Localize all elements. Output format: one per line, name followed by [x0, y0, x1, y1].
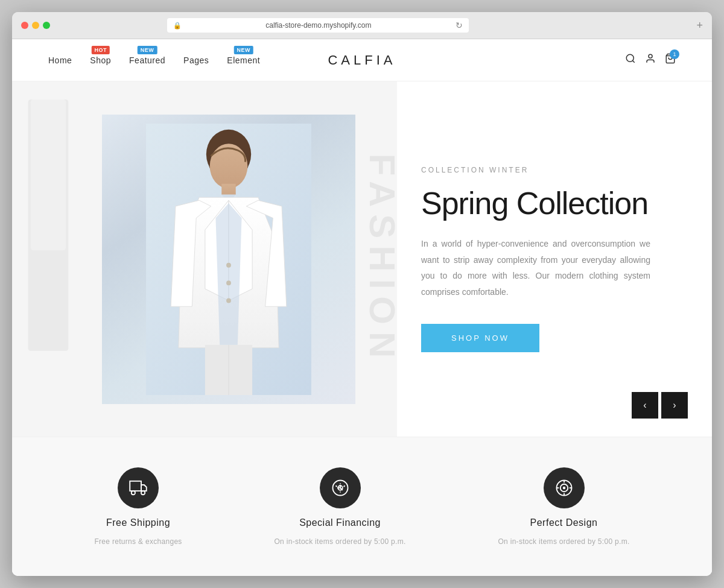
refresh-button[interactable]: ↻ [456, 21, 463, 30]
financing-icon-circle [320, 467, 361, 508]
nav-item-element[interactable]: NEW Element [227, 55, 260, 65]
design-icon-circle [544, 467, 585, 508]
shipping-icon-circle [118, 467, 159, 508]
bg-figure [12, 81, 91, 437]
hero-content: COLLECTION WINTER Spring Collection In a… [397, 81, 712, 437]
browser-chrome: 🔒 calfia-store-demo.myshopify.com ↻ + [12, 12, 712, 39]
svg-point-2 [649, 54, 652, 58]
slider-controls: ‹ › [632, 392, 688, 419]
account-button[interactable] [645, 53, 656, 67]
hero-section: FASHION COLLECTION WINTER Spring Collect… [12, 81, 712, 437]
hero-image-area: FASHION [12, 81, 397, 437]
feature-financing: Special Financing On in-stock items orde… [274, 467, 405, 546]
nav-left: Home HOT Shop NEW Featured Pages NEW Ele… [48, 55, 260, 65]
close-button[interactable] [21, 22, 28, 29]
design-subtitle: On in-stock items ordered by 5:00 p.m. [498, 537, 629, 546]
nav-right: 1 [625, 53, 676, 67]
svg-point-0 [626, 54, 634, 62]
svg-point-9 [210, 144, 248, 188]
minimize-button[interactable] [32, 22, 39, 29]
svg-rect-5 [31, 100, 66, 250]
url-text: calfia-store-demo.myshopify.com [185, 21, 452, 30]
nav-item-pages[interactable]: Pages [183, 55, 209, 65]
hot-badge: HOT [91, 46, 110, 54]
shipping-subtitle: Free returns & exchanges [94, 537, 182, 546]
nav-item-home[interactable]: Home [48, 55, 72, 65]
cart-count: 1 [670, 49, 679, 59]
browser-window: 🔒 calfia-store-demo.myshopify.com ↻ + Ho… [12, 12, 712, 576]
feature-shipping: Free Shipping Free returns & exchanges [94, 467, 182, 546]
prev-slide-button[interactable]: ‹ [632, 392, 658, 419]
shipping-title: Free Shipping [106, 517, 170, 528]
next-slide-button[interactable]: › [661, 392, 688, 419]
fashion-watermark: FASHION [361, 153, 403, 365]
svg-line-1 [632, 60, 634, 62]
cart-button[interactable]: 1 [665, 53, 676, 67]
svg-marker-20 [141, 485, 147, 491]
browser-content: Home HOT Shop NEW Featured Pages NEW Ele… [12, 39, 712, 576]
hero-title: Spring Collection [421, 186, 664, 221]
svg-point-22 [141, 491, 145, 495]
features-section: Free Shipping Free returns & exchanges S… [12, 437, 712, 576]
nav-item-shop[interactable]: HOT Shop [90, 55, 111, 65]
new-tab-button[interactable]: + [696, 19, 703, 32]
site-logo[interactable]: CALFIA [328, 52, 396, 68]
traffic-lights [21, 22, 50, 29]
maximize-button[interactable] [43, 22, 50, 29]
search-button[interactable] [625, 53, 636, 67]
model-illustration [144, 124, 313, 395]
shop-now-button[interactable]: SHOP NOW [421, 324, 539, 352]
nav-item-featured[interactable]: NEW Featured [129, 55, 165, 65]
navigation: Home HOT Shop NEW Featured Pages NEW Ele… [12, 39, 712, 81]
feature-design: Perfect Design On in-stock items ordered… [498, 467, 629, 546]
financing-subtitle: On in-stock items ordered by 5:00 p.m. [274, 537, 405, 546]
design-title: Perfect Design [530, 517, 598, 528]
svg-point-21 [132, 491, 135, 495]
lock-icon: 🔒 [173, 22, 182, 30]
collection-label: COLLECTION WINTER [421, 166, 664, 174]
element-new-badge: NEW [233, 46, 253, 54]
svg-rect-19 [130, 481, 141, 491]
address-bar[interactable]: 🔒 calfia-store-demo.myshopify.com ↻ [167, 18, 469, 33]
hero-description: In a world of hyper-convenience and over… [421, 236, 650, 300]
featured-new-badge: NEW [138, 46, 157, 54]
svg-point-27 [563, 487, 565, 489]
financing-title: Special Financing [299, 517, 381, 528]
hero-main-image [102, 115, 355, 404]
